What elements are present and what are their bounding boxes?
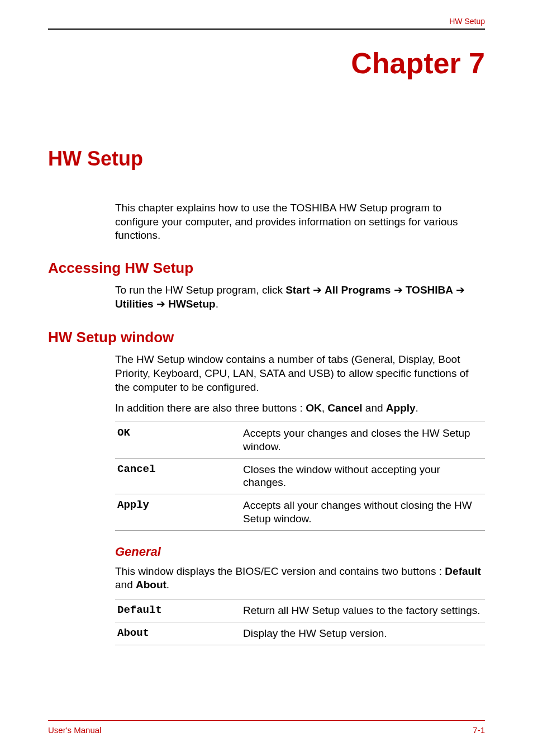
accessing-text-prefix: To run the HW Setup program, click [115, 284, 285, 296]
def-desc-about: Display the HW Setup version. [241, 622, 485, 645]
table-row: Apply Accepts all your changes without c… [115, 494, 485, 531]
buttons-definition-table: OK Accepts your changes and closes the H… [115, 422, 485, 531]
def-term-apply: Apply [115, 494, 241, 531]
general-b2: About [136, 579, 166, 590]
general-period: . [166, 579, 169, 590]
path-start: Start [285, 284, 310, 296]
window-para2-and: and [363, 402, 386, 414]
footer-divider [48, 720, 485, 721]
table-row: About Display the HW Setup version. [115, 622, 485, 645]
def-desc-default: Return all HW Setup values to the factor… [241, 599, 485, 622]
def-desc-apply: Accepts all your changes without closing… [241, 494, 485, 531]
intro-paragraph: This chapter explains how to use the TOS… [115, 201, 485, 243]
general-para-prefix: This window displays the BIOS/EC version… [115, 565, 445, 577]
accessing-paragraph: To run the HW Setup program, click Start… [115, 284, 485, 311]
path-hwsetup: HWSetup [168, 298, 215, 310]
def-term-default: Default [115, 599, 241, 622]
path-toshiba: TOSHIBA [406, 284, 453, 296]
table-row: OK Accepts your changes and closes the H… [115, 422, 485, 459]
window-para2: In addition there are also three buttons… [115, 401, 485, 415]
def-term-cancel: Cancel [115, 458, 241, 494]
hw-setup-window-heading: HW Setup window [48, 329, 485, 346]
window-para2-ok: OK [306, 402, 322, 414]
general-b1: Default [445, 565, 480, 577]
chapter-title: HW Setup [48, 147, 485, 171]
accessing-heading: Accessing HW Setup [48, 259, 485, 277]
running-head: HW Setup [48, 17, 485, 26]
table-row: Default Return all HW Setup values to th… [115, 599, 485, 622]
footer-left: User's Manual [48, 725, 101, 735]
footer-right-page-number: 7-1 [473, 725, 485, 735]
general-paragraph: This window displays the BIOS/EC version… [115, 565, 485, 592]
path-utilities: Utilities [115, 298, 154, 310]
general-definition-table: Default Return all HW Setup values to th… [115, 599, 485, 645]
def-term-ok: OK [115, 422, 241, 459]
window-para2-period: . [416, 402, 418, 414]
arrow-icon: ➔ [154, 298, 169, 310]
table-row: Cancel Closes the window without accepti… [115, 458, 485, 494]
window-para2-cancel: Cancel [327, 402, 362, 414]
general-heading: General [115, 545, 485, 559]
def-desc-cancel: Closes the window without accepting your… [241, 458, 485, 494]
window-para2-apply: Apply [386, 402, 416, 414]
window-para1: The HW Setup window contains a number of… [115, 353, 485, 394]
page-footer: User's Manual 7-1 [48, 720, 485, 735]
general-and: and [115, 579, 136, 590]
window-para2-sep: , [322, 402, 328, 414]
header-divider [48, 29, 485, 30]
arrow-icon: ➔ [310, 284, 325, 296]
arrow-icon: ➔ [391, 284, 406, 296]
def-term-about: About [115, 622, 241, 645]
chapter-label: Chapter 7 [48, 46, 485, 80]
accessing-period: . [216, 298, 218, 310]
arrow-icon: ➔ [453, 284, 465, 296]
path-all-programs: All Programs [325, 284, 391, 296]
def-desc-ok: Accepts your changes and closes the HW S… [241, 422, 485, 459]
window-para2-prefix: In addition there are also three buttons… [115, 402, 306, 414]
